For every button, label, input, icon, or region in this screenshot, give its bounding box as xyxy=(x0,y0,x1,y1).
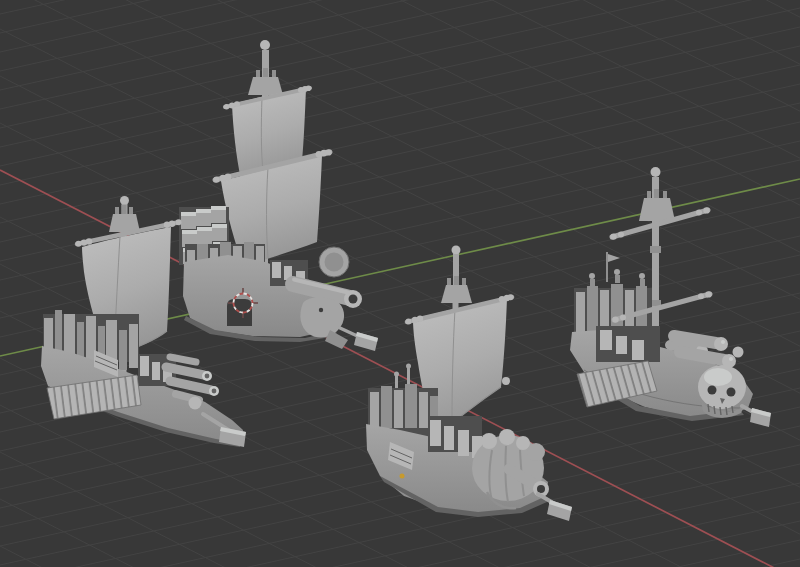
orange-marker-dot xyxy=(400,474,405,479)
dragon-eye xyxy=(319,308,323,312)
cannon-muzzle xyxy=(349,295,358,304)
viewport-canvas xyxy=(0,0,800,567)
skull-eye-right xyxy=(727,388,736,397)
blender-3d-viewport[interactable] xyxy=(0,0,800,567)
skull-ball xyxy=(189,397,202,410)
skull-eye-left xyxy=(708,386,717,395)
ship2-shield-disc[interactable] xyxy=(319,247,349,277)
cannon-muzzle xyxy=(537,485,545,493)
